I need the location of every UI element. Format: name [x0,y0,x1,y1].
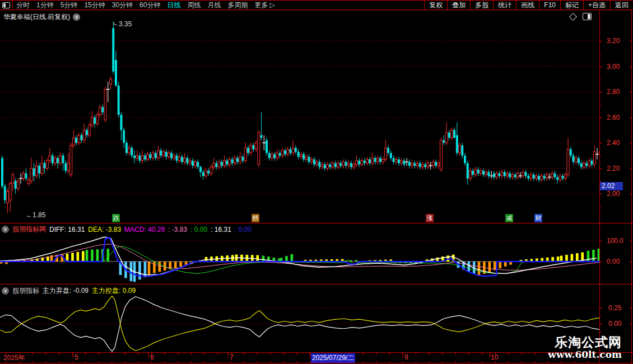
axis-tick [629,41,631,41]
macd-value-6: : 0.00 [235,226,252,234]
sub-collapse-chevron-icon[interactable]: ∨ [2,287,9,295]
axis-tick [599,54,601,54]
price-axis-label: 2.60 [607,114,620,122]
axis-tick [599,130,601,131]
toolbar-button-复权[interactable]: 复权 [424,1,447,10]
price-axis-label: 2.00 [607,190,620,198]
top-toolbar: 分时1分钟5分钟15分钟30分钟60分钟日线周线月线多周期更多 ▷ 复权叠加多股… [0,0,633,10]
axis-tick [629,241,631,241]
price-axis-label: 2.40 [607,139,620,147]
period-tab-1分钟[interactable]: 1分钟 [33,1,57,10]
axis-tick [629,67,631,67]
sub-value-1: 主力控盘: 0.09 [92,286,136,296]
timeline-label-2025年: 2025年 [3,353,25,363]
macd-value-4: : 0.00 [190,226,207,234]
sub-axis-label: 0.00 [608,320,621,328]
event-badge-财: 财 [534,214,542,222]
timeline-label-2025/07/29/二: 2025/07/29/二 [311,353,355,363]
axis-tick [599,241,602,241]
separator-macd-sub [0,284,633,284]
timeline-label-6: 6 [150,353,154,361]
toolbar-button-+自选[interactable]: +自选 [583,1,610,10]
macd-indicator-name: 股朋指标网 [12,225,46,234]
watermark-url: www.60lt.com [548,349,622,360]
period-tab-分时[interactable]: 分时 [13,1,33,10]
axis-tick [599,156,601,156]
macd-value-5: : 16.31 [211,226,231,234]
toolbar-button-标记[interactable]: 标记 [560,1,583,10]
axis-tick [629,143,631,143]
period-tab-周线[interactable]: 周线 [184,1,204,10]
window-layout-button[interactable] [0,1,13,10]
axis-tick [629,194,631,194]
separator-main-macd [0,223,633,223]
event-badge-涨: 涨 [426,214,434,222]
axis-tick [629,324,631,324]
candlestick-chart[interactable]: 3.35←1.85 [0,10,599,223]
macd-panel-header: ∨ 股朋指标网 DIFF: 16.31DEA: -3.83MACD: 40.29… [2,225,252,234]
price-axis-label: 3.00 [607,63,620,71]
axis-tick [599,92,602,92]
sub-axis-label: 0.25 [608,304,621,312]
sub-value-0: 主力弃盘: -0.09 [43,286,89,296]
axis-tick [599,324,602,324]
period-tabs: 分时1分钟5分钟15分钟30分钟60分钟日线周线月线多周期更多 ▷ [13,1,278,10]
sub-panel-header: ∨ 股朋指标 主力弃盘: -0.09主力控盘: 0.09 [2,286,136,296]
axis-right-edge [631,10,632,363]
axis-tick [599,169,602,169]
period-tab-更多 ▷[interactable]: 更多 ▷ [251,1,278,10]
macd-value-2: MACD: 40.29 [124,226,165,234]
macd-collapse-chevron-icon[interactable]: ∨ [2,226,9,233]
axis-tick [629,308,631,309]
period-tab-30分钟[interactable]: 30分钟 [109,1,136,10]
axis-tick [599,118,602,118]
toolbar-button-画线[interactable]: 画线 [516,1,539,10]
period-tab-5分钟[interactable]: 5分钟 [57,1,81,10]
diamond-icon[interactable] [569,12,577,20]
toolbar-button-统计[interactable]: 统计 [493,1,516,10]
axis-tick [599,41,602,41]
axis-tick [629,118,631,118]
period-tab-60分钟[interactable]: 60分钟 [136,1,164,10]
watermark: 乐淘公式网 www.60lt.com [548,335,622,360]
axis-tick [599,105,601,105]
timeline-bar[interactable]: 2025年5672025/07/29/二910 [0,353,599,363]
toolbar-button-返回[interactable]: 返回 [610,1,633,10]
chart-title: 华夏幸福(日线.前复权) [3,12,70,22]
toolbar-button-F10[interactable]: F10 [539,1,560,10]
axis-tick [599,143,602,143]
axis-tick [599,80,601,80]
period-tab-日线[interactable]: 日线 [164,1,184,10]
macd-value-3: : -3.83 [168,226,187,234]
title-collapse-chevron-icon[interactable]: ∨ [73,13,80,21]
watermark-site-name: 乐淘公式网 [548,335,622,349]
bottom-edge-line [0,363,633,363]
period-tab-15分钟[interactable]: 15分钟 [81,1,108,10]
price-axis-label: 2.20 [607,165,620,172]
toolbar-spacer [278,1,424,10]
period-tab-多周期[interactable]: 多周期 [224,1,251,10]
split-window-icon[interactable] [583,13,592,20]
price-axis-label: 2.80 [607,88,620,96]
timeline-label-10: 10 [491,353,498,361]
axis-tick [599,67,602,67]
price-axis-label: 3.20 [607,37,620,45]
event-badge-跌: 跌 [112,214,120,222]
axis-tick [629,92,631,92]
period-tab-月线[interactable]: 月线 [204,1,224,10]
axis-tick [599,316,601,316]
trading-app-window: 分时1分钟5分钟15分钟30分钟60分钟日线周线月线多周期更多 ▷ 复权叠加多股… [0,0,633,364]
macd-axis-label: 100.0 [607,237,623,245]
chart-title-bar: 华夏幸福(日线.前复权) ∨ [3,12,80,22]
toolbar-button-多股[interactable]: 多股 [470,1,493,10]
high-annotation-arrow [114,22,117,25]
separator-sub-timeline [0,352,633,353]
high-annotation: 3.35 [119,20,132,28]
macd-value-1: DEA: -3.83 [88,226,121,234]
toolbar-button-叠加[interactable]: 叠加 [447,1,470,10]
axis-tick [599,207,601,207]
timeline-label-7: 7 [230,353,234,361]
axis-tick [599,272,601,272]
last-price-box: 2.02 [600,182,623,190]
axis-tick [599,251,601,251]
